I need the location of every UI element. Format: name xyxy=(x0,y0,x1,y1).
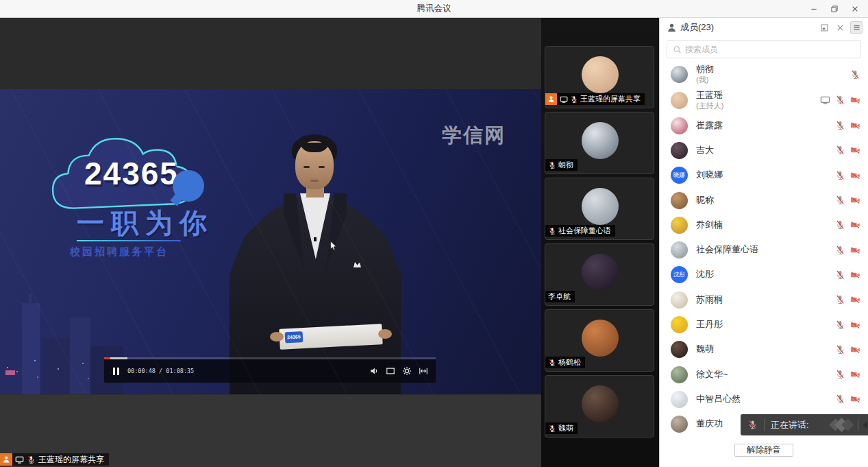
member-name: 魏萌 xyxy=(696,344,714,355)
pause-button[interactable] xyxy=(113,368,119,375)
mic-muted-icon[interactable] xyxy=(835,145,845,156)
member-row[interactable]: 王蓝瑶 (主持人) xyxy=(660,88,868,114)
thumbnail-avatar xyxy=(582,188,619,225)
member-role: (主持人) xyxy=(696,101,723,110)
speaking-label: 正在讲话: xyxy=(771,419,809,431)
person-icon xyxy=(547,95,555,103)
video-player-controls: 00:00:48 / 01:08:35 xyxy=(104,357,436,383)
mic-muted-icon xyxy=(548,161,556,169)
member-name: 社会保障董心语 xyxy=(696,245,758,255)
thumbnail-label: 朝彻 xyxy=(558,160,573,170)
presenter-figure: 24365 xyxy=(226,134,404,394)
member-row[interactable]: 昵称 xyxy=(660,188,868,213)
slogan-text: 一职为你 xyxy=(77,204,214,242)
member-row[interactable]: 乔剑楠 xyxy=(660,213,868,237)
member-avatar xyxy=(671,366,688,383)
search-input[interactable] xyxy=(685,45,860,54)
volume-icon[interactable] xyxy=(369,366,379,376)
mic-muted-icon[interactable] xyxy=(835,121,845,131)
mic-muted-icon[interactable] xyxy=(835,270,845,280)
member-row[interactable]: 沈彤 沈彤 xyxy=(660,263,868,287)
video-thumbnail[interactable]: 魏萌 xyxy=(545,375,654,438)
member-name: 乔剑楠 xyxy=(696,220,723,230)
member-list: 朝彻 (我) 王蓝瑶 (主持人) 崔露露 xyxy=(660,62,868,438)
mic-muted-icon[interactable] xyxy=(835,320,845,330)
camera-off-icon[interactable] xyxy=(850,121,860,131)
member-row[interactable]: 中智吕心然 xyxy=(660,387,868,411)
settings-gear-icon[interactable] xyxy=(402,366,412,376)
thumbnail-label: 王蓝瑶的屏幕共享 xyxy=(580,94,641,104)
member-name: 王丹彤 xyxy=(696,320,723,330)
thumbnail-label-bar: 朝彻 xyxy=(545,159,578,171)
restore-button[interactable] xyxy=(824,0,845,18)
member-name: 昵称 xyxy=(696,195,714,206)
mic-muted-icon[interactable] xyxy=(835,95,845,106)
collapse-arrow-icon[interactable] xyxy=(863,422,867,429)
video-thumbnail[interactable]: 社会保障董心语 xyxy=(545,178,654,240)
video-thumbnail[interactable]: 朝彻 xyxy=(545,112,654,174)
camera-off-icon[interactable] xyxy=(850,95,860,106)
mic-muted-icon[interactable] xyxy=(835,370,845,380)
mic-muted-icon[interactable] xyxy=(850,69,860,80)
member-row[interactable]: 吉大 xyxy=(660,138,868,163)
thumbnail-label-bar: 李卓航 xyxy=(545,291,575,302)
speaker-logo-icon xyxy=(831,420,852,430)
mic-muted-icon[interactable] xyxy=(835,195,845,206)
video-thumbnail[interactable]: 杨鹤松 xyxy=(545,309,654,372)
camera-off-icon[interactable] xyxy=(850,394,860,405)
member-row[interactable]: 晓娜 刘晓娜 xyxy=(660,163,868,188)
member-name: 中智吕心然 xyxy=(696,394,741,405)
camera-off-icon[interactable] xyxy=(850,295,860,305)
mic-muted-icon[interactable] xyxy=(835,295,845,305)
playback-time: 00:00:48 / 01:08:35 xyxy=(127,368,194,374)
mic-muted-icon xyxy=(548,359,556,367)
camera-off-icon[interactable] xyxy=(850,220,860,230)
mic-muted-icon[interactable] xyxy=(835,170,845,180)
camera-off-icon[interactable] xyxy=(850,320,860,330)
members-count-title: 成员(23) xyxy=(680,21,714,34)
members-icon xyxy=(667,23,677,33)
member-name: 刘晓娜 xyxy=(696,170,723,180)
panel-menu-icon[interactable] xyxy=(850,21,863,34)
member-role: (我) xyxy=(696,75,714,84)
window-title: 腾讯会议 xyxy=(0,3,868,14)
camera-off-icon[interactable] xyxy=(850,145,860,156)
member-row[interactable]: 崔露露 xyxy=(660,113,868,138)
camera-off-icon[interactable] xyxy=(850,195,860,206)
papers-logo: 24365 xyxy=(285,331,303,343)
member-avatar xyxy=(671,291,688,309)
close-button[interactable] xyxy=(845,0,865,18)
member-avatar xyxy=(671,241,688,259)
member-row[interactable]: 苏雨桐 xyxy=(660,287,868,312)
mic-muted-icon[interactable] xyxy=(835,344,845,355)
mic-muted-icon[interactable] xyxy=(835,394,845,405)
camera-off-icon[interactable] xyxy=(850,344,860,355)
mic-muted-icon[interactable] xyxy=(835,245,845,255)
mirror-mode-icon[interactable] xyxy=(386,366,395,376)
screen-share-icon xyxy=(15,455,24,464)
mic-muted-icon[interactable] xyxy=(835,220,845,230)
camera-off-icon[interactable] xyxy=(850,170,860,180)
thumbnail-label: 李卓航 xyxy=(548,291,571,302)
title-bar: 腾讯会议 xyxy=(0,0,868,18)
member-row[interactable]: 徐文华~ xyxy=(660,362,868,387)
close-panel-icon[interactable] xyxy=(834,22,845,33)
member-avatar xyxy=(671,217,688,234)
member-row[interactable]: 社会保障董心语 xyxy=(660,237,868,262)
video-thumbnail[interactable]: 李卓航 xyxy=(545,243,654,306)
thumbnail-label: 社会保障董心语 xyxy=(558,226,611,236)
member-row[interactable]: 魏萌 xyxy=(660,337,868,362)
member-name: 沈彤 xyxy=(696,270,714,280)
camera-off-icon[interactable] xyxy=(850,245,860,255)
video-thumbnail[interactable]: 王蓝瑶的屏幕共享 xyxy=(545,46,654,108)
fullwidth-icon[interactable] xyxy=(419,366,428,376)
minimize-button[interactable] xyxy=(804,0,824,18)
member-row[interactable]: 王丹彤 xyxy=(660,312,868,337)
camera-off-icon[interactable] xyxy=(850,370,860,380)
member-row[interactable]: 朝彻 (我) xyxy=(660,62,868,88)
popout-panel-icon[interactable] xyxy=(819,22,830,33)
unmute-button[interactable]: 解除静音 xyxy=(734,444,793,457)
camera-off-icon[interactable] xyxy=(850,270,860,280)
member-name: 苏雨桐 xyxy=(696,295,723,305)
shared-video-content: 学信网 24365 一职为你 校园招聘服务平台 24365 xyxy=(0,89,541,394)
